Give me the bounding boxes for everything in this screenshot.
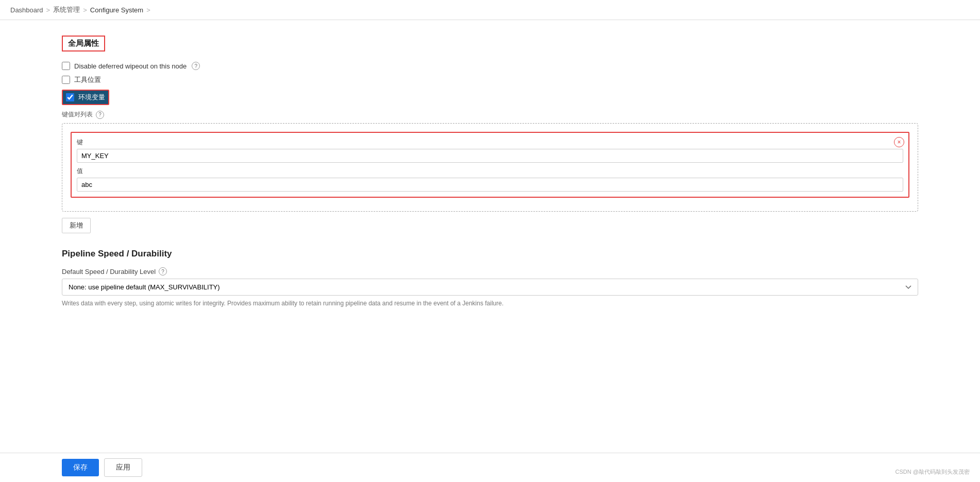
pipeline-hint-text: Writes data with every step, using atomi… (62, 299, 918, 308)
kv-value-input[interactable] (77, 178, 903, 192)
bottom-bar: 保存 应用 (0, 453, 980, 479)
kv-list-label: 键值对列表 ? (62, 110, 918, 119)
pipeline-level-label: Default Speed / Durability Level ? (62, 267, 918, 276)
main-content: 全局属性 Disable deferred wipeout on this no… (0, 20, 980, 479)
breadcrumb: Dashboard > 系统管理 > Configure System > (0, 0, 980, 20)
add-kv-button[interactable]: 新增 (62, 218, 91, 233)
env-vars-label: 环境变量 (78, 93, 105, 102)
breadcrumb-current: Configure System (90, 6, 143, 14)
watermark: CSDN @敲代码敲到头发茂密 (895, 468, 970, 476)
breadcrumb-sep-3: > (146, 6, 150, 14)
kv-delete-button[interactable]: × (894, 137, 904, 147)
kv-key-label: 键 (77, 138, 903, 147)
breadcrumb-admin[interactable]: 系统管理 (53, 5, 80, 14)
kv-key-input[interactable] (77, 149, 903, 163)
save-button[interactable]: 保存 (62, 459, 99, 476)
breadcrumb-dashboard[interactable]: Dashboard (10, 6, 43, 14)
disable-wipeout-checkbox[interactable] (62, 62, 70, 70)
kv-row: × 键 值 (71, 132, 909, 198)
pipeline-speed-select[interactable]: None: use pipeline default (MAX_SURVIVAB… (62, 279, 918, 296)
apply-button[interactable]: 应用 (104, 458, 142, 477)
disable-wipeout-row: Disable deferred wipeout on this node ? (62, 62, 918, 70)
tool-location-label: 工具位置 (74, 75, 101, 84)
pipeline-section: Pipeline Speed / Durability Default Spee… (62, 249, 918, 308)
pipeline-title: Pipeline Speed / Durability (62, 249, 918, 259)
global-section-title: 全局属性 (62, 36, 105, 51)
kv-list-help-icon[interactable]: ? (96, 111, 104, 119)
pipeline-level-help-icon[interactable]: ? (159, 267, 167, 276)
env-vars-checkbox[interactable] (66, 93, 74, 101)
env-vars-row: 环境变量 (62, 90, 109, 105)
kv-container: × 键 值 (62, 123, 918, 212)
breadcrumb-sep-1: > (46, 6, 50, 14)
tool-location-row: 工具位置 (62, 75, 918, 84)
kv-value-label: 值 (77, 167, 903, 176)
tool-location-checkbox[interactable] (62, 76, 70, 84)
disable-wipeout-help-icon[interactable]: ? (192, 62, 200, 70)
breadcrumb-sep-2: > (83, 6, 87, 14)
disable-wipeout-label: Disable deferred wipeout on this node (74, 62, 187, 70)
